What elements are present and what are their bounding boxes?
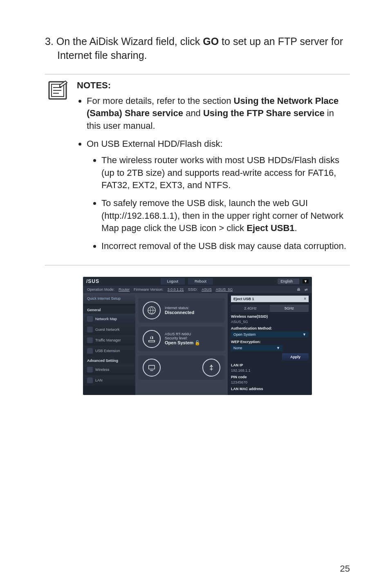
language-dropdown-icon[interactable]: ▼	[303, 279, 309, 283]
usb-icon	[87, 348, 93, 354]
router-status-bar: Operation Mode: Router Firmware Version:…	[83, 286, 312, 293]
notes-body: NOTES: For more details, refer to the se…	[77, 79, 350, 258]
note1-prefix: For more details, refer to the section	[87, 96, 234, 106]
monitor-icon	[143, 359, 161, 377]
sidebar-qis[interactable]: Quick Internet Setup	[83, 293, 135, 304]
tab-5ghz[interactable]: 5GHz	[270, 305, 309, 312]
map-icon	[87, 316, 93, 322]
router-device-card[interactable]: ASUS RT-N66U Security level: Open System…	[139, 327, 224, 351]
note-item-1: For more details, refer to the section U…	[87, 95, 350, 132]
sidebar-section-advanced: Advanced Setting	[83, 356, 135, 364]
router-center: Internet status: Disconnected ASUS RT-N6…	[135, 293, 228, 395]
note-sub-b: To safely remove the USB disk, launch th…	[101, 197, 350, 234]
router-right-panel: Eject USB 1 2.4GHz 5GHz Wireless name(SS…	[228, 293, 312, 395]
router-main: Quick Internet Setup General Network Map…	[83, 293, 312, 395]
router-logo: /SUS	[86, 278, 99, 284]
step-bold: GO	[203, 36, 219, 47]
step-3: 3. On the AiDisk Wizard field, click GO …	[45, 35, 350, 63]
ssid-label: SSID:	[188, 287, 198, 292]
tab-24ghz[interactable]: 2.4GHz	[231, 305, 270, 312]
wep-label: WEP Encryption:	[231, 340, 309, 344]
router-sidebar: Quick Internet Setup General Network Map…	[83, 293, 135, 395]
notes-icon	[45, 79, 70, 101]
svg-rect-6	[149, 365, 155, 369]
topbar-printer-icon[interactable]: 🖶	[297, 287, 300, 292]
sidebar-item-wireless[interactable]: Wireless	[83, 364, 135, 375]
lanip-label: LAN IP	[231, 363, 309, 367]
language-select[interactable]: English	[278, 278, 300, 284]
note-item-2: On USB External HDD/Flash disk: The wire…	[87, 138, 350, 253]
notes-list: For more details, refer to the section U…	[77, 95, 350, 253]
opmode-value[interactable]: Router	[119, 287, 130, 292]
fw-value[interactable]: 3.0.0.1.21	[168, 287, 184, 292]
ssid2-value: ASUS_5G	[216, 287, 233, 292]
note2b-suffix: .	[295, 223, 297, 233]
note1-bold2: Using the FTP Share service	[203, 108, 325, 118]
logout-button[interactable]: Logout	[161, 278, 185, 285]
clients-card[interactable]	[139, 355, 224, 380]
chevron-down-icon: ▼	[303, 332, 306, 337]
sidebar-item-network-map[interactable]: Network Map	[83, 314, 135, 324]
page-number: 25	[340, 563, 350, 574]
router-screenshot: /SUS Logout Reboot English ▼ Operation M…	[83, 277, 312, 395]
traffic-icon	[87, 337, 93, 343]
ssid-label-right: Wireless name(SSID)	[231, 314, 309, 319]
internet-status-card[interactable]: Internet status: Disconnected	[139, 298, 224, 323]
notes-block: NOTES: For more details, refer to the se…	[45, 74, 350, 265]
internet-status-text: Internet status: Disconnected	[165, 306, 194, 315]
opmode-label: Operation Mode:	[87, 287, 114, 292]
sidebar-item-lan[interactable]: LAN	[83, 375, 135, 386]
mac-label: LAN MAC address	[231, 387, 309, 391]
sidebar-item-usb-extension[interactable]: USB Extension	[83, 346, 135, 356]
lock-open-icon: 🔓	[195, 340, 200, 345]
notes-title: NOTES:	[77, 79, 350, 92]
topbar-usb-icon[interactable]: ⇄	[305, 287, 308, 292]
step-number: 3.	[45, 36, 54, 47]
wep-select[interactable]: None▼	[231, 345, 282, 351]
reboot-button[interactable]: Reboot	[188, 278, 213, 285]
ssid-value: ASUS	[202, 287, 212, 292]
step-text-prefix: On the AiDisk Wizard field, click	[56, 36, 203, 47]
lan-icon	[87, 377, 93, 383]
sidebar-item-guest-network[interactable]: Guest Network	[83, 324, 135, 335]
note-sub-a: The wireless router works with most USB …	[101, 154, 350, 191]
note-sub-c: Incorrect removal of the USB disk may ca…	[101, 240, 350, 252]
router-device-text: ASUS RT-N66U Security level: Open System…	[165, 332, 200, 346]
note-sublist: The wireless router works with most USB …	[87, 154, 350, 253]
note2b-prefix: To safely remove the USB disk, launch th…	[101, 198, 343, 233]
lanip-value: 192.168.1.1	[231, 368, 309, 373]
apply-button[interactable]: Apply	[282, 353, 309, 361]
router-topbar: /SUS Logout Reboot English ▼	[83, 277, 312, 286]
eject-usb-button[interactable]: Eject USB 1	[231, 296, 309, 302]
band-tabs: 2.4GHz 5GHz	[231, 305, 309, 312]
chevron-down-icon: ▼	[276, 346, 280, 350]
sidebar-item-traffic-manager[interactable]: Traffic Manager	[83, 335, 135, 346]
note1-mid: and	[183, 108, 203, 118]
usb-drive-icon	[202, 359, 220, 377]
fw-label: Firmware Version:	[134, 287, 164, 292]
page: 3. On the AiDisk Wizard field, click GO …	[0, 0, 390, 588]
pin-label: PIN code	[231, 375, 309, 379]
note2b-bold: Eject USB1	[247, 223, 294, 233]
auth-select[interactable]: Open System▼	[231, 332, 309, 337]
sidebar-section-general: General	[83, 305, 135, 314]
notepad-icon	[47, 79, 69, 101]
pin-value: 12345670	[231, 380, 309, 384]
wireless-icon	[87, 367, 93, 373]
globe-icon	[143, 301, 161, 319]
auth-label: Authentication Method:	[231, 326, 309, 330]
ssid-value-right: ASUS_5G	[231, 320, 309, 324]
guest-icon	[87, 327, 93, 332]
router-icon	[143, 330, 161, 348]
note2-text: On USB External HDD/Flash disk:	[87, 139, 223, 149]
